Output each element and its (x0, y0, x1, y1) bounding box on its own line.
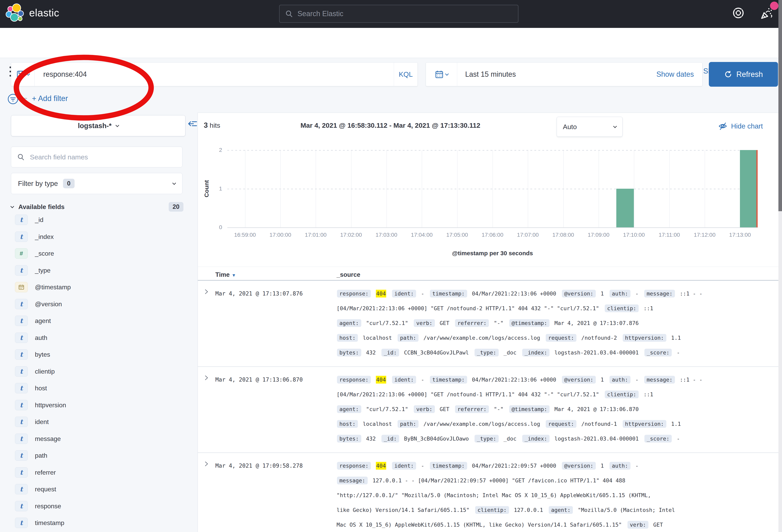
field-item-auth[interactable]: tauth (15, 332, 47, 343)
saved-query-menu-button[interactable] (11, 63, 35, 86)
gridline-horizontal (227, 150, 758, 151)
source-field-key: verb: (414, 319, 435, 327)
y-tick-label: 1 (219, 186, 222, 192)
field-search-input[interactable]: Search field names (11, 147, 182, 167)
time-column-header[interactable]: Time▼ (215, 271, 236, 278)
index-pattern-name: logstash-* (78, 122, 111, 130)
date-quick-menu-button[interactable] (426, 63, 457, 86)
chevron-down-icon (26, 72, 30, 76)
filter-bar: + Add filter (0, 93, 239, 107)
query-input[interactable]: response:404 (35, 70, 394, 78)
fields-sidebar: logstash-* Search field names Filter by … (0, 113, 198, 532)
field-item-referrer[interactable]: treferrer (15, 467, 56, 478)
discover-main-panel: 3 hits Mar 4, 2021 @ 16:58:30.112 - Mar … (198, 113, 778, 532)
field-item-_id[interactable]: t_id (15, 214, 43, 225)
source-field-key: referrer: (455, 319, 489, 327)
field-item-agent[interactable]: tagent (15, 315, 51, 327)
interval-select[interactable]: Auto (557, 117, 623, 137)
expand-row-icon[interactable] (203, 289, 209, 296)
field-name: auth (35, 334, 47, 342)
source-field-key: auth: (609, 376, 631, 384)
text-field-icon: t (15, 467, 28, 478)
notification-dot (770, 2, 778, 10)
source-field-value: - (635, 291, 638, 297)
source-field-value: 04/Mar/2021:22:13:06 +0000 (472, 291, 556, 297)
help-icon[interactable] (732, 7, 745, 19)
x-tick-label: 17:13:00 (729, 232, 751, 238)
refresh-button[interactable]: Refresh (709, 62, 778, 87)
source-field-key: httpversion: (623, 420, 666, 428)
field-name: message (35, 435, 61, 443)
field-item-_score[interactable]: #_score (15, 248, 54, 259)
expand-row-icon[interactable] (203, 461, 209, 468)
source-field-key: host: (337, 334, 358, 342)
source-field-key: bytes: (337, 435, 361, 443)
histogram-bar-17:09:30[interactable] (616, 189, 634, 227)
field-item-timestamp[interactable]: ttimestamp (15, 517, 64, 528)
collapse-sidebar-icon[interactable] (187, 119, 198, 129)
field-item-ident[interactable]: tident (15, 416, 49, 427)
y-tick-label: 2 (219, 147, 222, 153)
source-field-key: @timestamp: (509, 319, 550, 327)
scrollbar-thumb[interactable] (778, 0, 782, 211)
show-dates-button[interactable]: Show dates (656, 70, 702, 78)
available-fields-header[interactable]: Available fields 20 (11, 201, 183, 213)
x-tick-label: 17:06:00 (482, 232, 503, 238)
query-bar[interactable]: response:404 KQL (11, 62, 418, 86)
index-pattern-select[interactable]: logstash-* (11, 115, 185, 136)
y-tick-label: 0 (219, 224, 222, 231)
query-language-button[interactable]: KQL (394, 63, 418, 86)
scrollbar[interactable] (778, 0, 782, 532)
field-item-_index[interactable]: t_index (15, 231, 54, 242)
histogram-bar-17:13:00[interactable] (740, 150, 758, 227)
field-item-message[interactable]: tmessage (15, 433, 61, 444)
x-axis-ticks: 16:59:0017:00:0017:01:0017:02:0017:03:00… (227, 232, 758, 240)
filter-by-type-select[interactable]: Filter by type 0 (11, 173, 182, 194)
search-icon (17, 153, 25, 161)
x-tick-label: 17:08:00 (552, 232, 574, 238)
text-field-icon: t (15, 501, 28, 511)
field-item-@version[interactable]: t@version (15, 299, 62, 310)
chevron-down-icon (172, 181, 176, 185)
elastic-logo[interactable]: elastic (6, 3, 59, 23)
field-item-bytes[interactable]: tbytes (15, 349, 50, 360)
histogram-chart[interactable] (227, 150, 758, 228)
source-field-key: request: (546, 334, 576, 342)
field-item-request[interactable]: trequest (15, 484, 56, 495)
source-field-value: - (635, 377, 638, 383)
time-range-value[interactable]: Last 15 minutes (457, 70, 656, 78)
source-field-value: 04/Mar/2021:22:09:57 +0000 (472, 463, 556, 469)
field-item-@timestamp[interactable]: @timestamp (15, 281, 71, 293)
date-picker[interactable]: Last 15 minutes Show dates (426, 62, 703, 86)
source-field-key: verb: (628, 521, 648, 529)
source-field-key: ident: (392, 462, 416, 470)
field-item-host[interactable]: thost (15, 383, 47, 394)
field-name: timestamp (35, 519, 64, 527)
chevron-down-icon (10, 204, 14, 208)
field-item-clientip[interactable]: tclientip (15, 366, 55, 377)
source-field-key: ident: (392, 376, 416, 384)
source-field-key: response: (337, 376, 371, 384)
field-item-_type[interactable]: t_type (15, 265, 50, 276)
source-field-value: /var/www/example.com/logs/access.log (424, 335, 540, 341)
hide-chart-button[interactable]: Hide chart (718, 121, 763, 131)
field-name: @timestamp (35, 283, 71, 291)
refresh-label: Refresh (736, 70, 763, 79)
global-search-input[interactable]: Search Elastic (279, 5, 519, 23)
field-name: request (35, 486, 56, 493)
source-field-key: clientip: (605, 304, 639, 312)
document-source: response: 404 ident: - timestamp: 04/Mar… (336, 372, 769, 446)
source-field-key: _score: (644, 349, 672, 356)
filter-icon[interactable] (7, 93, 19, 105)
source-field-key: path: (398, 334, 419, 342)
expand-row-icon[interactable] (203, 375, 209, 382)
x-tick-label: 17:09:00 (588, 232, 609, 238)
field-item-httpversion[interactable]: thttpversion (15, 400, 66, 411)
source-field-value: /var/www/example.com/logs/access.log (424, 421, 540, 427)
field-item-path[interactable]: tpath (15, 450, 47, 461)
text-field-icon: t (15, 299, 28, 309)
add-filter-button[interactable]: + Add filter (32, 94, 68, 103)
sort-desc-icon[interactable]: ▼ (232, 273, 236, 278)
field-item-response[interactable]: tresponse (15, 500, 61, 512)
source-field-key: response: (337, 462, 371, 470)
